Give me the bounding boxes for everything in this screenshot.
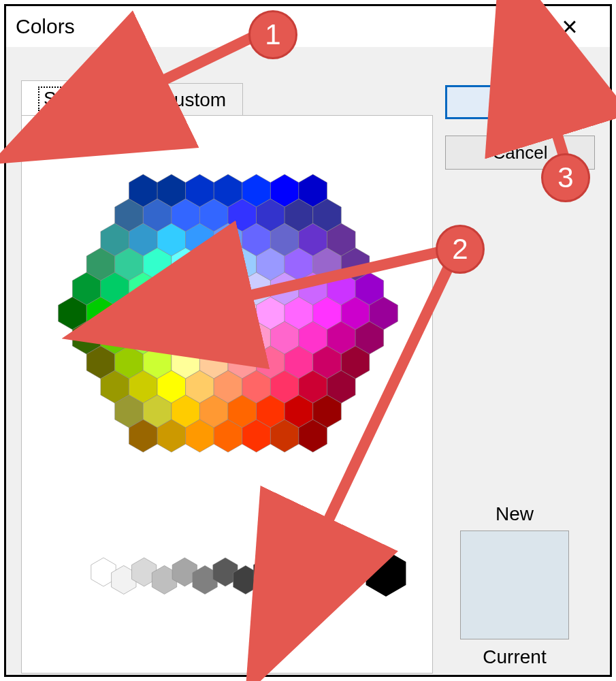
annotation-callout-2: 2 bbox=[436, 225, 485, 274]
tab-custom[interactable]: Custom bbox=[144, 83, 243, 117]
annotation-callout-3: 3 bbox=[541, 153, 590, 202]
grayscale-row[interactable] bbox=[83, 545, 423, 613]
titlebar: Colors ? × bbox=[6, 6, 610, 47]
cancel-button-label: Cancel bbox=[493, 142, 548, 163]
ok-button-label: OK bbox=[507, 92, 533, 113]
dialog-title: Colors bbox=[16, 15, 478, 38]
standard-tab-panel: Colors: bbox=[21, 115, 433, 674]
tab-standard-label: Standard bbox=[38, 86, 127, 111]
colors-label: Colors: bbox=[34, 128, 95, 150]
tabstrip: Standard Custom bbox=[21, 80, 243, 116]
dialog-body: Standard Custom Colors: OK Cancel New bbox=[6, 47, 610, 675]
current-color-label: Current bbox=[460, 646, 569, 668]
annotation-callout-1: 1 bbox=[248, 10, 297, 59]
close-button[interactable]: × bbox=[539, 6, 600, 47]
tab-standard[interactable]: Standard bbox=[21, 80, 144, 117]
new-color-label: New bbox=[474, 503, 555, 525]
color-hexagon-picker[interactable] bbox=[48, 163, 408, 518]
black-swatch[interactable] bbox=[366, 550, 406, 597]
help-button[interactable]: ? bbox=[478, 6, 539, 47]
new-color-swatch bbox=[460, 530, 569, 639]
ok-button[interactable]: OK bbox=[445, 85, 595, 119]
tab-custom-label: Custom bbox=[161, 89, 226, 110]
colors-dialog: Colors ? × Standard Custom Colors: OK bbox=[4, 4, 612, 677]
